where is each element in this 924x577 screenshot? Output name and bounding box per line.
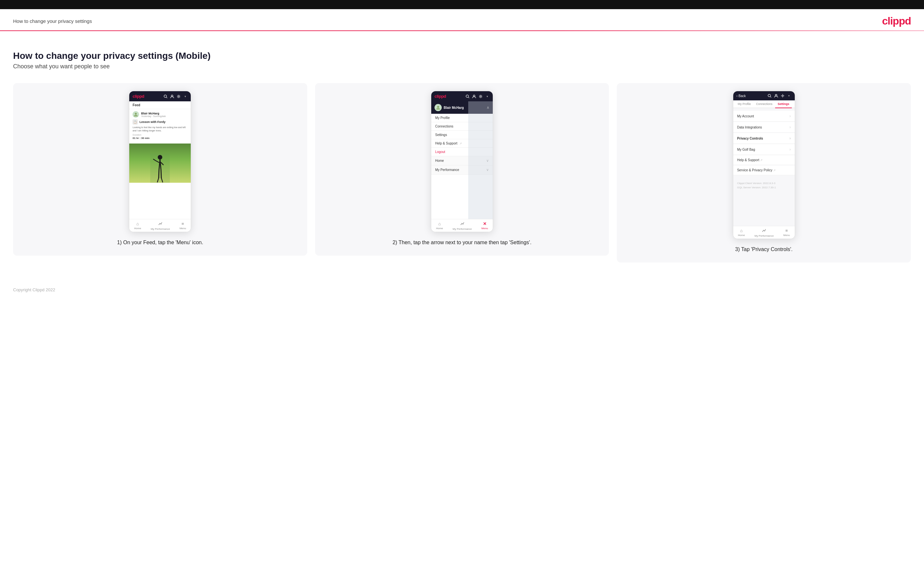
phone-icons-1: ▾: [163, 94, 187, 99]
nav-home-label-1: Home: [134, 227, 141, 230]
svg-point-10: [480, 95, 481, 97]
menu-close-icon-2: ✕: [483, 221, 486, 226]
menu-icon-3: ≡: [785, 228, 788, 233]
back-button[interactable]: ‹ Back: [737, 94, 746, 98]
performance-icon-2: [460, 221, 465, 227]
chevron-down-icon-2: ▾: [485, 94, 489, 99]
step2-description: 2) Then, tap the arrow next to your name…: [393, 239, 532, 247]
step-card-2: clippd: [315, 83, 609, 256]
home-icon-3: ⌂: [740, 228, 743, 233]
nav-performance-label-2: My Performance: [452, 227, 472, 230]
phone-header-1: clippd: [129, 91, 191, 102]
phone-icons-2: ▾: [465, 94, 489, 99]
feed-image: [129, 143, 191, 183]
svg-point-3: [178, 95, 179, 97]
feed-post: Blair McHarg Yesterday · Sunningdale 📋 L…: [129, 109, 191, 143]
lesson-icon: 📋: [132, 119, 138, 124]
feed-lesson-title: Lesson with Fordy: [139, 120, 166, 124]
settings-item-help-support[interactable]: Help & Support ↗: [733, 155, 795, 165]
nav-performance-label-1: My Performance: [151, 227, 170, 230]
nav-performance-2: My Performance: [452, 221, 472, 230]
page-heading: How to change your privacy settings (Mob…: [13, 51, 911, 61]
settings-list: My Account › Data Integrations › Privacy…: [733, 108, 795, 178]
phone-bottom-nav-2: ⌂ Home My Performance ✕ Menu: [431, 219, 493, 232]
step-card-3: ‹ Back: [617, 83, 911, 263]
settings-item-my-golf-bag[interactable]: My Golf Bag ›: [733, 144, 795, 155]
nav-performance-3: My Performance: [754, 228, 774, 237]
phone-logo-2: clippd: [435, 94, 446, 99]
svg-point-0: [164, 95, 167, 97]
feed-user-row: Blair McHarg Yesterday · Sunningdale: [132, 111, 187, 118]
external-link-icon-help: ↗: [760, 158, 763, 162]
chevron-my-golf-bag: ›: [790, 147, 791, 152]
nav-performance-1: My Performance: [151, 221, 170, 230]
svg-point-15: [782, 95, 783, 97]
phone-mockup-1: clippd: [129, 91, 191, 232]
tab-connections[interactable]: Connections: [754, 100, 775, 108]
header: How to change your privacy settings clip…: [0, 9, 924, 31]
search-icon-1: [163, 94, 168, 99]
menu-overlay: Blair McHarg ∧ My Profile Connections: [431, 102, 493, 219]
phone-logo-1: clippd: [132, 94, 144, 99]
settings-item-my-account[interactable]: My Account ›: [733, 111, 795, 122]
svg-point-9: [473, 95, 475, 97]
chevron-left-icon: ‹: [737, 94, 738, 98]
settings-item-data-integrations[interactable]: Data Integrations ›: [733, 122, 795, 133]
chevron-down-icon-3: ▾: [787, 93, 792, 98]
phone-bottom-nav-1: ⌂ Home My Performance ≡ Menu: [129, 219, 191, 232]
nav-home-1: ⌂ Home: [134, 221, 141, 230]
svg-line-1: [166, 97, 167, 98]
svg-point-4: [135, 113, 137, 115]
menu-icon-1: ≡: [182, 221, 184, 226]
footer: Copyright Clippd 2022: [0, 282, 924, 298]
nav-menu-label-2: Menu: [481, 227, 488, 230]
phone-header-2: clippd: [431, 91, 493, 102]
nav-menu-2: ✕ Menu: [481, 221, 488, 230]
top-bar: [0, 0, 924, 9]
settings-icon-2: [478, 94, 483, 99]
home-icon-1: ⌂: [136, 221, 139, 226]
nav-home-2: ⌂ Home: [436, 221, 443, 230]
menu-user-name: Blair McHarg: [444, 106, 464, 110]
golfer-silhouette: [150, 153, 170, 183]
tab-my-profile[interactable]: My Profile: [735, 100, 754, 108]
settings-item-service-privacy[interactable]: Service & Privacy Policy ↗: [733, 165, 795, 175]
nav-menu-1: ≡ Menu: [179, 221, 186, 230]
phone-mockup-3: ‹ Back: [733, 91, 795, 239]
step1-description: 1) On your Feed, tap the 'Menu' icon.: [117, 239, 203, 247]
feed-meta: Yesterday · Sunningdale: [141, 115, 166, 118]
settings-screen: My Account › Data Integrations › Privacy…: [733, 108, 795, 226]
main-content: How to change your privacy settings (Mob…: [0, 41, 924, 282]
nav-menu-label-3: Menu: [783, 234, 790, 237]
external-link-icon-policy: ↗: [773, 169, 776, 172]
phone-body-1: Feed Blair McHarg Yesterday · Sunningdal…: [129, 102, 191, 219]
header-title: How to change your privacy settings: [13, 18, 92, 24]
settings-icon-3: [780, 93, 785, 98]
feed-username: Blair McHarg: [141, 112, 166, 115]
svg-line-13: [770, 97, 771, 97]
home-icon-2: ⌂: [438, 221, 441, 226]
step-card-1: clippd: [13, 83, 307, 256]
search-icon-3: [767, 93, 772, 98]
phone-icons-3: ▾: [767, 93, 792, 98]
performance-icon-1: [158, 221, 163, 227]
feed-duration-value: 01 hr : 30 min: [132, 137, 187, 140]
feed-tab-label: Feed: [129, 102, 191, 109]
feed-body-text: Looking to feel like my hands are exitin…: [132, 126, 187, 132]
tab-settings[interactable]: Settings: [775, 100, 792, 108]
settings-item-privacy-controls[interactable]: Privacy Controls ›: [733, 133, 795, 144]
nav-menu-3: ≡ Menu: [783, 228, 790, 237]
header-divider: [0, 31, 924, 31]
version-info: Clippd Client Version: 2022.8.3-3 GQL Se…: [733, 178, 795, 193]
svg-line-8: [468, 97, 469, 98]
copyright-text: Copyright Clippd 2022: [13, 287, 55, 292]
chevron-privacy-controls: ›: [790, 136, 791, 140]
nav-menu-label-1: Menu: [179, 227, 186, 230]
steps-row: clippd: [13, 83, 911, 263]
page-subheading: Choose what you want people to see: [13, 63, 911, 70]
menu-bg-blur: [468, 102, 493, 219]
chevron-my-account: ›: [790, 114, 791, 118]
feed-lesson-row: 📋 Lesson with Fordy: [132, 119, 187, 124]
logo: clippd: [882, 15, 911, 27]
menu-user-avatar: [435, 104, 442, 111]
